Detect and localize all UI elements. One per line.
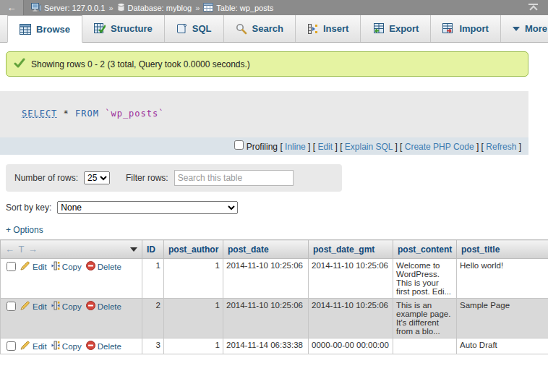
filter-rows-input[interactable] bbox=[174, 170, 294, 186]
sort-by-key-label: Sort by key: bbox=[6, 203, 51, 213]
delete-link[interactable]: Delete bbox=[86, 341, 121, 351]
rows-controls: Number of rows: 25 Filter rows: bbox=[6, 164, 342, 192]
tab-browse[interactable]: Browse bbox=[7, 15, 82, 43]
edit-link-label: Edit bbox=[33, 302, 47, 311]
edit-link[interactable]: Edit bbox=[20, 301, 47, 312]
database-icon bbox=[117, 3, 125, 13]
edit-link[interactable]: Edit bbox=[20, 341, 47, 351]
column-header-actions: ← T → bbox=[1, 240, 142, 259]
server-icon bbox=[31, 3, 41, 13]
collapse-icon[interactable] bbox=[528, 4, 538, 12]
table-row: Edit Copy Delete 3 1 2014-11-14 06:33:38 bbox=[1, 338, 548, 354]
browse-icon bbox=[20, 24, 31, 35]
cell-post-date-gmt: 2014-11-10 10:25:06 bbox=[309, 259, 393, 299]
delete-link[interactable]: Delete bbox=[86, 301, 121, 312]
cell-id: 1 bbox=[142, 259, 164, 299]
tab-search-label: Search bbox=[252, 23, 283, 34]
edit-link[interactable]: Edit bbox=[20, 261, 47, 272]
table-body: Edit Copy Delete 1 1 2014-11-10 10:25:06 bbox=[1, 259, 548, 354]
query-option-link[interactable]: Create PHP Code bbox=[405, 142, 474, 152]
cell-post-date-gmt: 0000-00-00 00:00:00 bbox=[309, 338, 393, 354]
cell-post-title: Sample Page bbox=[457, 299, 548, 338]
cell-post-author: 1 bbox=[164, 259, 223, 299]
copy-link-label: Copy bbox=[62, 342, 82, 351]
breadcrumb-server-label: Server: 127.0.0.1 bbox=[44, 4, 105, 12]
status-message: Showing rows 0 - 2 (3 total, Query took … bbox=[6, 51, 528, 77]
delete-link-label: Delete bbox=[98, 263, 121, 271]
cell-post-date: 2014-11-14 06:33:38 bbox=[223, 338, 309, 354]
row-actions-cell: Edit Copy Delete bbox=[1, 259, 142, 299]
column-header-post-content[interactable]: post_content bbox=[393, 240, 457, 259]
tab-export-label: Export bbox=[389, 23, 419, 34]
column-nav-icon[interactable]: ← T → bbox=[5, 244, 38, 255]
breadcrumb-bar: ← Server: 127.0.0.1 » Database: myblog »… bbox=[0, 0, 548, 15]
structure-icon bbox=[94, 23, 106, 34]
table-icon bbox=[203, 3, 213, 13]
query-options-bar: Profiling [ Inline ] [ Edit ] [ Explain … bbox=[0, 137, 528, 155]
table-header-row: ← T → ID post_author post_date post_date… bbox=[1, 240, 548, 259]
number-of-rows-label: Number of rows: bbox=[14, 173, 78, 183]
delete-link[interactable]: Delete bbox=[86, 261, 121, 272]
sort-controls: Sort by key: None bbox=[6, 201, 548, 214]
copy-link[interactable]: Copy bbox=[51, 341, 82, 351]
export-icon bbox=[372, 23, 384, 34]
row-actions-cell: Edit Copy Delete bbox=[1, 338, 142, 354]
tab-import[interactable]: Import bbox=[431, 15, 500, 42]
cell-post-date-gmt: 2014-11-10 10:25:06 bbox=[309, 299, 393, 338]
table-row: Edit Copy Delete 1 1 2014-11-10 10:25:06 bbox=[1, 259, 548, 299]
column-header-id[interactable]: ID bbox=[142, 240, 164, 259]
tab-more[interactable]: More bbox=[501, 15, 548, 42]
cell-post-date: 2014-11-10 10:25:06 bbox=[223, 259, 309, 299]
edit-link-label: Edit bbox=[33, 342, 47, 351]
profiling-label[interactable]: Profiling bbox=[247, 142, 278, 152]
copy-icon bbox=[51, 261, 60, 272]
sql-table-ref: `wp_posts` bbox=[105, 108, 164, 119]
query-option-link[interactable]: Refresh bbox=[486, 142, 516, 152]
tab-browse-label: Browse bbox=[36, 24, 70, 35]
row-checkbox[interactable] bbox=[7, 302, 16, 311]
query-option-link[interactable]: Edit bbox=[317, 142, 333, 152]
copy-link[interactable]: Copy bbox=[51, 301, 82, 312]
column-header-post-author[interactable]: post_author bbox=[164, 240, 223, 259]
delete-icon bbox=[86, 341, 95, 351]
tab-export[interactable]: Export bbox=[361, 15, 431, 42]
breadcrumb-database-label: Database: myblog bbox=[128, 4, 192, 12]
row-checkbox[interactable] bbox=[7, 262, 16, 271]
with-selected-menu-icon[interactable] bbox=[130, 247, 137, 252]
back-button[interactable]: ← bbox=[0, 0, 24, 15]
column-header-post-title[interactable]: post_title bbox=[457, 240, 548, 259]
cell-post-author: 1 bbox=[164, 338, 223, 354]
number-of-rows-select[interactable]: 25 bbox=[84, 171, 110, 184]
breadcrumb-separator: » bbox=[108, 4, 113, 12]
delete-link-label: Delete bbox=[98, 302, 121, 311]
options-toggle[interactable]: + Options bbox=[6, 225, 43, 235]
cell-id: 2 bbox=[142, 299, 164, 338]
copy-link[interactable]: Copy bbox=[51, 261, 82, 272]
pencil-icon bbox=[20, 301, 30, 312]
search-icon bbox=[236, 23, 247, 35]
tab-structure[interactable]: Structure bbox=[82, 15, 165, 42]
column-header-post-date-gmt[interactable]: post_date_gmt bbox=[309, 240, 393, 259]
breadcrumb-database[interactable]: Database: myblog bbox=[117, 3, 192, 13]
profiling-checkbox[interactable] bbox=[234, 140, 244, 150]
tab-sql[interactable]: SQL bbox=[165, 15, 224, 42]
query-option-link[interactable]: Inline bbox=[285, 142, 306, 152]
sql-keyword-select[interactable]: SELECT bbox=[22, 108, 57, 119]
results-table: ← T → ID post_author post_date post_date… bbox=[0, 239, 548, 354]
cell-post-author: 1 bbox=[164, 299, 223, 338]
table-row: Edit Copy Delete 2 1 2014-11-10 10:25:06 bbox=[1, 299, 548, 338]
delete-icon bbox=[86, 301, 95, 312]
breadcrumb-server[interactable]: Server: 127.0.0.1 bbox=[31, 3, 105, 13]
insert-icon bbox=[307, 23, 318, 35]
row-checkbox[interactable] bbox=[7, 341, 16, 351]
column-header-post-date[interactable]: post_date bbox=[223, 240, 309, 259]
delete-link-label: Delete bbox=[98, 342, 121, 351]
query-option-link[interactable]: Explain SQL bbox=[345, 142, 393, 152]
pencil-icon bbox=[20, 341, 30, 351]
tab-insert[interactable]: Insert bbox=[296, 15, 361, 42]
breadcrumb-table[interactable]: Table: wp_posts bbox=[203, 3, 273, 13]
sort-by-key-select[interactable]: None bbox=[57, 201, 238, 214]
cell-post-date: 2014-11-10 10:25:06 bbox=[223, 299, 309, 338]
tab-search[interactable]: Search bbox=[224, 15, 296, 42]
sql-section: SELECT * FROM `wp_posts` Profiling [ Inl… bbox=[0, 91, 528, 155]
